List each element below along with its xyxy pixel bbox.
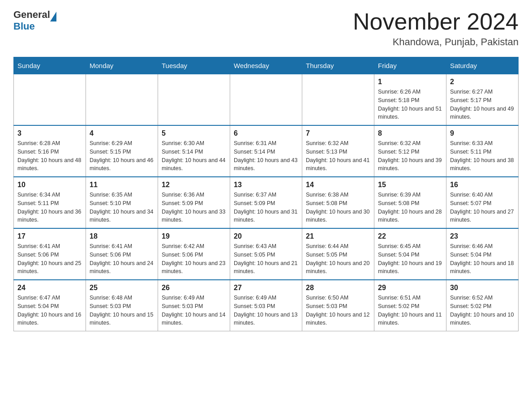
day-number: 21 — [306, 232, 370, 240]
day-number: 18 — [90, 232, 154, 240]
day-number: 2 — [450, 78, 515, 86]
day-number: 7 — [306, 129, 370, 137]
day-info: Sunrise: 6:35 AMSunset: 5:10 PMDaylight:… — [90, 191, 154, 224]
day-number: 12 — [162, 181, 226, 189]
day-of-week-header: Monday — [86, 57, 158, 74]
day-info: Sunrise: 6:29 AMSunset: 5:15 PMDaylight:… — [90, 139, 154, 173]
day-of-week-header: Thursday — [302, 57, 374, 74]
calendar-cell: 9Sunrise: 6:33 AMSunset: 5:11 PMDaylight… — [446, 125, 519, 177]
calendar-cell: 12Sunrise: 6:36 AMSunset: 5:09 PMDayligh… — [158, 177, 230, 228]
day-info: Sunrise: 6:51 AMSunset: 5:02 PMDaylight:… — [378, 294, 442, 327]
day-number: 6 — [234, 129, 298, 137]
logo: General Blue — [13, 9, 56, 32]
month-year-title: November 2024 — [353, 9, 519, 34]
day-info: Sunrise: 6:45 AMSunset: 5:04 PMDaylight:… — [378, 242, 442, 276]
day-info: Sunrise: 6:41 AMSunset: 5:06 PMDaylight:… — [90, 242, 154, 276]
calendar-cell: 23Sunrise: 6:46 AMSunset: 5:04 PMDayligh… — [446, 228, 519, 280]
day-number: 10 — [17, 181, 82, 189]
day-of-week-header: Wednesday — [230, 57, 302, 74]
day-number: 24 — [17, 284, 82, 292]
day-info: Sunrise: 6:52 AMSunset: 5:02 PMDaylight:… — [450, 294, 515, 327]
day-info: Sunrise: 6:43 AMSunset: 5:05 PMDaylight:… — [234, 242, 298, 276]
day-info: Sunrise: 6:49 AMSunset: 5:03 PMDaylight:… — [162, 294, 226, 327]
calendar-cell: 5Sunrise: 6:30 AMSunset: 5:14 PMDaylight… — [158, 125, 230, 177]
calendar-cell: 14Sunrise: 6:38 AMSunset: 5:08 PMDayligh… — [302, 177, 374, 228]
calendar-cell: 20Sunrise: 6:43 AMSunset: 5:05 PMDayligh… — [230, 228, 302, 280]
calendar-cell: 6Sunrise: 6:31 AMSunset: 5:14 PMDaylight… — [230, 125, 302, 177]
day-info: Sunrise: 6:38 AMSunset: 5:08 PMDaylight:… — [306, 191, 370, 224]
day-info: Sunrise: 6:46 AMSunset: 5:04 PMDaylight:… — [450, 242, 515, 276]
day-of-week-header: Tuesday — [158, 57, 230, 74]
day-info: Sunrise: 6:26 AMSunset: 5:18 PMDaylight:… — [378, 88, 442, 121]
day-info: Sunrise: 6:32 AMSunset: 5:12 PMDaylight:… — [378, 139, 442, 173]
day-number: 11 — [90, 181, 154, 189]
day-info: Sunrise: 6:27 AMSunset: 5:17 PMDaylight:… — [450, 88, 515, 121]
day-of-week-header: Sunday — [14, 57, 86, 74]
calendar-cell: 4Sunrise: 6:29 AMSunset: 5:15 PMDaylight… — [86, 125, 158, 177]
day-of-week-header: Friday — [374, 57, 446, 74]
day-number: 22 — [378, 232, 442, 240]
calendar-cell — [302, 74, 374, 126]
day-info: Sunrise: 6:49 AMSunset: 5:03 PMDaylight:… — [234, 294, 298, 327]
calendar-week-row: 24Sunrise: 6:47 AMSunset: 5:04 PMDayligh… — [14, 280, 519, 331]
calendar-cell: 11Sunrise: 6:35 AMSunset: 5:10 PMDayligh… — [86, 177, 158, 228]
calendar-week-row: 3Sunrise: 6:28 AMSunset: 5:16 PMDaylight… — [14, 125, 519, 177]
day-info: Sunrise: 6:40 AMSunset: 5:07 PMDaylight:… — [450, 191, 515, 224]
calendar-table: SundayMondayTuesdayWednesdayThursdayFrid… — [13, 57, 519, 331]
calendar-cell: 10Sunrise: 6:34 AMSunset: 5:11 PMDayligh… — [14, 177, 86, 228]
calendar-cell: 13Sunrise: 6:37 AMSunset: 5:09 PMDayligh… — [230, 177, 302, 228]
calendar-cell: 2Sunrise: 6:27 AMSunset: 5:17 PMDaylight… — [446, 74, 519, 126]
day-number: 13 — [234, 181, 298, 189]
calendar-cell: 17Sunrise: 6:41 AMSunset: 5:06 PMDayligh… — [14, 228, 86, 280]
day-info: Sunrise: 6:50 AMSunset: 5:03 PMDaylight:… — [306, 294, 370, 327]
day-number: 27 — [234, 284, 298, 292]
logo-general-text: General — [13, 9, 50, 21]
day-info: Sunrise: 6:47 AMSunset: 5:04 PMDaylight:… — [17, 294, 82, 327]
logo-triangle-icon — [50, 12, 56, 21]
day-info: Sunrise: 6:42 AMSunset: 5:06 PMDaylight:… — [162, 242, 226, 276]
calendar-week-row: 17Sunrise: 6:41 AMSunset: 5:06 PMDayligh… — [14, 228, 519, 280]
day-number: 20 — [234, 232, 298, 240]
day-info: Sunrise: 6:36 AMSunset: 5:09 PMDaylight:… — [162, 191, 226, 224]
day-info: Sunrise: 6:28 AMSunset: 5:16 PMDaylight:… — [17, 139, 82, 173]
day-number: 14 — [306, 181, 370, 189]
calendar-cell: 29Sunrise: 6:51 AMSunset: 5:02 PMDayligh… — [374, 280, 446, 331]
calendar-cell: 24Sunrise: 6:47 AMSunset: 5:04 PMDayligh… — [14, 280, 86, 331]
calendar-cell: 30Sunrise: 6:52 AMSunset: 5:02 PMDayligh… — [446, 280, 519, 331]
day-number: 9 — [450, 129, 515, 137]
day-info: Sunrise: 6:34 AMSunset: 5:11 PMDaylight:… — [17, 191, 82, 224]
calendar-cell — [230, 74, 302, 126]
day-number: 26 — [162, 284, 226, 292]
calendar-cell: 3Sunrise: 6:28 AMSunset: 5:16 PMDaylight… — [14, 125, 86, 177]
calendar-cell: 18Sunrise: 6:41 AMSunset: 5:06 PMDayligh… — [86, 228, 158, 280]
calendar-cell: 7Sunrise: 6:32 AMSunset: 5:13 PMDaylight… — [302, 125, 374, 177]
day-number: 15 — [378, 181, 442, 189]
day-of-week-header: Saturday — [446, 57, 519, 74]
calendar-cell: 27Sunrise: 6:49 AMSunset: 5:03 PMDayligh… — [230, 280, 302, 331]
day-number: 30 — [450, 284, 515, 292]
day-number: 5 — [162, 129, 226, 137]
day-number: 4 — [90, 129, 154, 137]
location-subtitle: Khandowa, Punjab, Pakistan — [353, 36, 519, 48]
calendar-cell: 19Sunrise: 6:42 AMSunset: 5:06 PMDayligh… — [158, 228, 230, 280]
calendar-cell — [14, 74, 86, 126]
calendar-cell: 21Sunrise: 6:44 AMSunset: 5:05 PMDayligh… — [302, 228, 374, 280]
day-info: Sunrise: 6:44 AMSunset: 5:05 PMDaylight:… — [306, 242, 370, 276]
day-info: Sunrise: 6:37 AMSunset: 5:09 PMDaylight:… — [234, 191, 298, 224]
calendar-cell: 26Sunrise: 6:49 AMSunset: 5:03 PMDayligh… — [158, 280, 230, 331]
day-info: Sunrise: 6:39 AMSunset: 5:08 PMDaylight:… — [378, 191, 442, 224]
day-number: 8 — [378, 129, 442, 137]
day-info: Sunrise: 6:33 AMSunset: 5:11 PMDaylight:… — [450, 139, 515, 173]
calendar-cell — [158, 74, 230, 126]
day-info: Sunrise: 6:48 AMSunset: 5:03 PMDaylight:… — [90, 294, 154, 327]
day-info: Sunrise: 6:32 AMSunset: 5:13 PMDaylight:… — [306, 139, 370, 173]
calendar-cell: 25Sunrise: 6:48 AMSunset: 5:03 PMDayligh… — [86, 280, 158, 331]
day-number: 19 — [162, 232, 226, 240]
day-info: Sunrise: 6:41 AMSunset: 5:06 PMDaylight:… — [17, 242, 82, 276]
calendar-header-row: SundayMondayTuesdayWednesdayThursdayFrid… — [14, 57, 519, 74]
logo-blue-text: Blue — [13, 21, 56, 32]
title-section: November 2024 Khandowa, Punjab, Pakistan — [353, 9, 519, 48]
day-number: 3 — [17, 129, 82, 137]
calendar-cell: 8Sunrise: 6:32 AMSunset: 5:12 PMDaylight… — [374, 125, 446, 177]
calendar-cell: 16Sunrise: 6:40 AMSunset: 5:07 PMDayligh… — [446, 177, 519, 228]
